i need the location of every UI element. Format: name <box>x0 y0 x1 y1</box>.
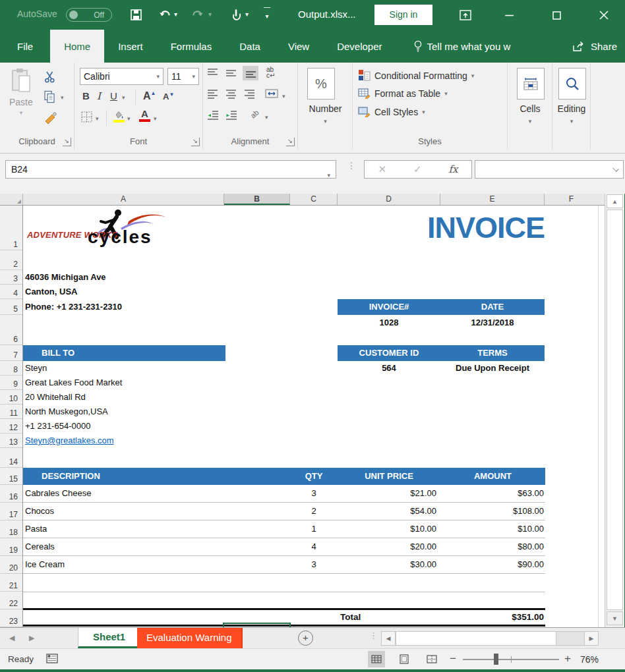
clipboard-dialog-launcher-icon[interactable]: ↘ <box>63 138 71 146</box>
column-header-c[interactable]: C <box>290 194 338 205</box>
row-header[interactable]: 17 <box>0 503 22 520</box>
horizontal-scroll-thumb[interactable] <box>396 632 556 645</box>
row-header[interactable]: 9 <box>0 376 22 390</box>
row-header[interactable]: 23 <box>0 609 22 627</box>
conditional-formatting-button[interactable]: Conditional Formatting▾ <box>358 69 474 82</box>
tab-insert[interactable]: Insert <box>104 30 157 63</box>
normal-view-icon[interactable] <box>368 651 385 667</box>
zoom-out-icon[interactable]: − <box>450 652 456 665</box>
tab-view[interactable]: View <box>274 30 323 63</box>
row-header[interactable]: 1 <box>0 206 22 250</box>
scroll-right-icon[interactable]: ▶ <box>584 631 599 646</box>
bill-to-line[interactable]: 20 Whitehall Rd <box>23 390 221 405</box>
bold-button[interactable]: B <box>82 90 90 101</box>
font-dialog-launcher-icon[interactable]: ↘ <box>191 138 200 146</box>
row-header[interactable]: 7 <box>0 345 22 361</box>
bill-to-line[interactable]: +1 231-654-0000 <box>23 419 221 434</box>
column-header-a[interactable]: A <box>23 194 224 205</box>
row-header[interactable]: 15 <box>0 468 22 485</box>
font-size-combo[interactable]: 11▾ <box>167 68 199 85</box>
cell-styles-button[interactable]: Cell Styles▾ <box>358 106 425 117</box>
sheet-tab-sheet1[interactable]: Sheet1 <box>78 628 140 648</box>
align-center-icon[interactable] <box>225 89 237 99</box>
editing-group-label[interactable]: Editing <box>552 103 591 114</box>
copy-icon[interactable] <box>44 90 55 103</box>
row-header[interactable]: 2 <box>0 250 22 270</box>
bill-to-line[interactable]: Steyn <box>23 361 221 376</box>
number-dropdown-icon[interactable]: ▾ <box>298 118 353 125</box>
sheet-nav-left-icon[interactable]: ◀ <box>9 634 15 642</box>
underline-button[interactable]: U <box>110 90 117 101</box>
insert-function-icon[interactable]: fx <box>449 163 458 175</box>
underline-dropdown-icon[interactable]: ▾ <box>122 94 125 101</box>
table-row[interactable]: Cabrales Cheese 3 $21.00 $63.00 <box>23 485 545 503</box>
font-color-dropdown-icon[interactable]: ▾ <box>154 115 157 122</box>
new-sheet-icon[interactable]: + <box>298 630 313 646</box>
column-header-b[interactable]: B <box>224 194 290 205</box>
touch-mouse-mode-icon[interactable] <box>228 7 244 22</box>
number-format-button[interactable]: % <box>307 68 335 99</box>
name-box[interactable]: B24 ▾ <box>5 160 336 179</box>
font-color-icon[interactable]: A <box>139 109 150 122</box>
save-icon[interactable] <box>128 7 144 22</box>
row-header[interactable]: 3 <box>0 270 22 285</box>
fill-color-dropdown-icon[interactable]: ▾ <box>127 115 131 122</box>
sign-in-button[interactable]: Sign in <box>374 5 432 25</box>
row-header[interactable]: 14 <box>0 448 22 468</box>
format-painter-icon[interactable] <box>44 110 58 125</box>
redo-icon[interactable] <box>190 7 206 22</box>
copy-dropdown-icon[interactable]: ▾ <box>61 94 64 101</box>
borders-icon[interactable] <box>81 111 92 123</box>
cut-icon[interactable] <box>44 70 56 83</box>
increase-indent-icon[interactable] <box>225 110 237 120</box>
table-row[interactable]: Cereals 4 $20.00 $80.00 <box>23 538 545 556</box>
select-all-corner[interactable]: ◢ <box>0 194 23 205</box>
orientation-icon[interactable]: ab <box>249 108 260 119</box>
number-group-label[interactable]: Number <box>298 103 353 114</box>
cells-button[interactable] <box>517 68 545 99</box>
minimize-button[interactable] <box>500 6 518 24</box>
bottom-align-icon[interactable] <box>243 66 258 80</box>
sheet-tab-evaluation-warning[interactable]: Evaluation Warning <box>137 628 243 648</box>
tab-developer[interactable]: Developer <box>323 30 396 63</box>
address-line[interactable]: Canton, USA <box>23 285 221 299</box>
row-header[interactable]: 10 <box>0 390 22 405</box>
editing-dropdown-icon[interactable]: ▾ <box>552 118 591 125</box>
customer-meta-header[interactable]: CUSTOMER ID TERMS <box>338 345 545 361</box>
invoice-meta-header[interactable]: INVOICE# DATE <box>338 299 545 315</box>
scroll-left-icon[interactable]: ◀ <box>381 631 396 646</box>
table-row[interactable]: Pasta 1 $10.00 $10.00 <box>23 520 545 538</box>
row-header[interactable]: 18 <box>0 520 22 538</box>
format-as-table-button[interactable]: Format as Table▾ <box>358 88 448 99</box>
cells-group-label[interactable]: Cells <box>508 103 552 114</box>
merge-dropdown-icon[interactable]: ▾ <box>282 93 285 99</box>
row-header[interactable]: 12 <box>0 419 22 434</box>
row-header[interactable]: 20 <box>0 556 22 574</box>
zoom-level[interactable]: 76% <box>580 654 599 665</box>
wrap-text-icon[interactable]: abc↵ <box>266 67 275 78</box>
formula-bar-handle[interactable]: ⋮ <box>347 162 356 169</box>
maximize-button[interactable] <box>547 6 566 24</box>
sheet-nav-right-icon[interactable]: ▶ <box>29 634 34 642</box>
column-header-d[interactable]: D <box>338 194 440 205</box>
tab-home[interactable]: Home <box>50 30 104 63</box>
column-header-f[interactable]: F <box>545 194 598 205</box>
increase-font-size-button[interactable]: A▲ <box>143 90 156 102</box>
page-layout-view-icon[interactable] <box>396 651 413 667</box>
fill-color-icon[interactable] <box>113 110 125 123</box>
vertical-scroll-thumb[interactable] <box>607 210 623 610</box>
bill-to-header[interactable]: BILL TO <box>23 345 225 361</box>
customer-email-link[interactable]: Steyn@greatlakes.com <box>25 434 114 448</box>
name-box-dropdown-icon[interactable]: ▾ <box>327 167 330 184</box>
bill-to-line[interactable]: Great Lakes Food Market <box>23 376 221 390</box>
borders-dropdown-icon[interactable]: ▾ <box>96 115 99 122</box>
horizontal-scrollbar[interactable] <box>396 631 597 646</box>
invoice-meta-values[interactable]: 1028 12/31/2018 <box>338 315 545 331</box>
address-line[interactable]: 46036 Michigan Ave <box>23 270 221 285</box>
tell-me-box[interactable]: Tell me what you w <box>413 30 511 63</box>
orientation-dropdown-icon[interactable]: ▾ <box>265 114 268 121</box>
autosave-toggle[interactable]: Off <box>66 8 112 22</box>
alignment-dialog-launcher-icon[interactable]: ↘ <box>286 138 295 146</box>
row-header[interactable]: 19 <box>0 538 22 556</box>
merge-center-icon[interactable] <box>265 89 278 98</box>
